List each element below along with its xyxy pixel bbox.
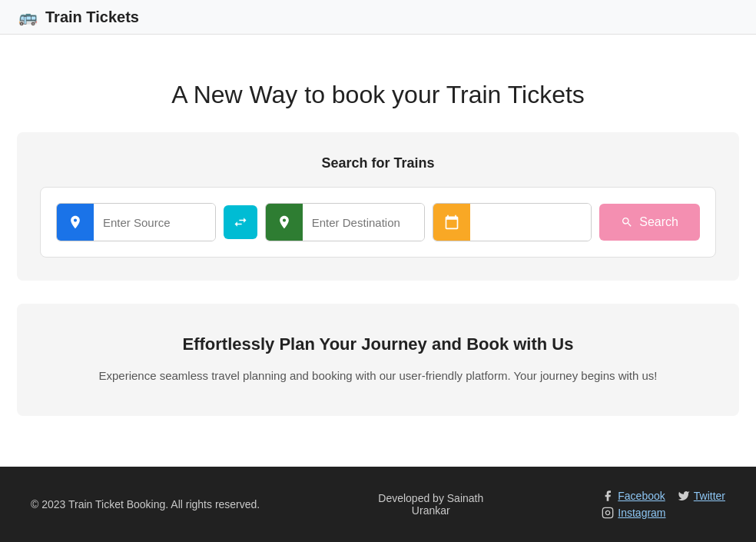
source-input-group bbox=[56, 203, 216, 241]
destination-input[interactable] bbox=[303, 204, 424, 241]
destination-location-icon bbox=[266, 204, 303, 241]
instagram-label: Instagram bbox=[618, 507, 665, 519]
header-title: Train Tickets bbox=[45, 8, 139, 26]
twitter-link[interactable]: Twitter bbox=[678, 490, 725, 502]
info-card: Effortlessly Plan Your Journey and Book … bbox=[17, 304, 739, 416]
social-row-top: Facebook Twitter bbox=[602, 490, 725, 502]
instagram-link[interactable]: Instagram bbox=[602, 507, 665, 519]
footer-developer: Developed by Sainath Urankar bbox=[378, 492, 483, 517]
header: 🚌 Train Tickets bbox=[0, 0, 756, 35]
info-card-title: Effortlessly Plan Your Journey and Book … bbox=[48, 334, 708, 354]
search-card-title: Search for Trains bbox=[40, 155, 716, 171]
footer-copyright: © 2023 Train Ticket Booking. All rights … bbox=[31, 498, 260, 510]
search-card: Search for Trains bbox=[17, 132, 739, 281]
calendar-icon bbox=[433, 204, 470, 241]
train-icon: 🚌 bbox=[18, 8, 38, 26]
facebook-label: Facebook bbox=[618, 490, 665, 502]
svg-rect-0 bbox=[603, 507, 613, 517]
search-button[interactable]: Search bbox=[599, 204, 700, 241]
main-content: A New Way to book your Train Tickets Sea… bbox=[0, 35, 756, 467]
source-input[interactable] bbox=[94, 204, 215, 241]
date-input-group: 26-01-2024 bbox=[433, 203, 592, 241]
twitter-label: Twitter bbox=[694, 490, 725, 502]
destination-input-group bbox=[265, 203, 425, 241]
date-input[interactable]: 26-01-2024 bbox=[470, 204, 592, 241]
facebook-link[interactable]: Facebook bbox=[602, 490, 665, 502]
hero-title: A New Way to book your Train Tickets bbox=[171, 81, 585, 109]
footer-social: Facebook Twitter Instagram bbox=[602, 490, 725, 519]
footer: © 2023 Train Ticket Booking. All rights … bbox=[0, 467, 756, 542]
developer-line1: Developed by Sainath bbox=[378, 492, 483, 504]
social-row-bottom: Instagram bbox=[602, 507, 725, 519]
source-location-icon bbox=[57, 204, 94, 241]
search-form: 26-01-2024 Search bbox=[40, 187, 716, 258]
developer-line2: Urankar bbox=[412, 504, 450, 517]
info-card-text: Experience seamless travel planning and … bbox=[48, 367, 708, 385]
swap-button[interactable] bbox=[224, 205, 257, 239]
search-label: Search bbox=[639, 215, 678, 229]
